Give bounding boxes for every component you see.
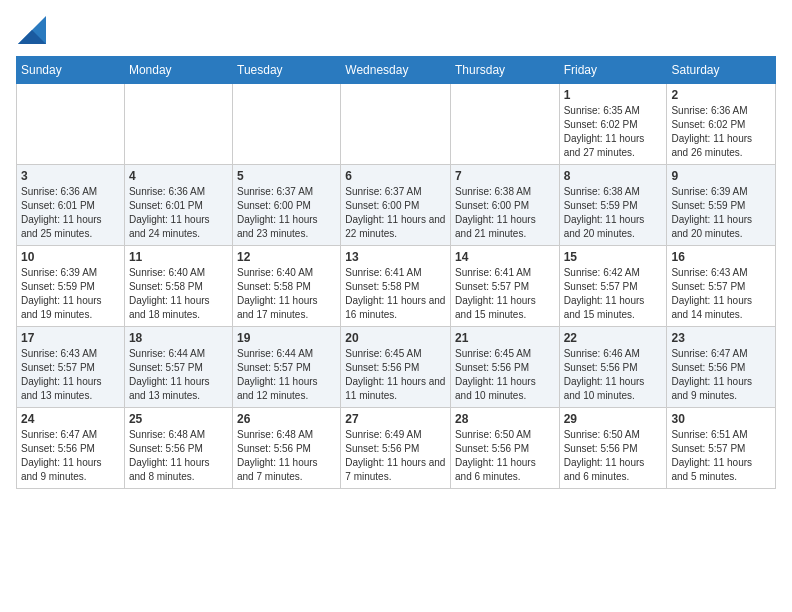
day-info: Sunrise: 6:51 AMSunset: 5:57 PMDaylight:… bbox=[671, 428, 771, 484]
calendar-cell: 24Sunrise: 6:47 AMSunset: 5:56 PMDayligh… bbox=[17, 408, 125, 489]
day-info: Sunrise: 6:36 AMSunset: 6:01 PMDaylight:… bbox=[129, 185, 228, 241]
day-number: 15 bbox=[564, 250, 663, 264]
day-info: Sunrise: 6:40 AMSunset: 5:58 PMDaylight:… bbox=[129, 266, 228, 322]
day-info: Sunrise: 6:50 AMSunset: 5:56 PMDaylight:… bbox=[455, 428, 555, 484]
day-info: Sunrise: 6:36 AMSunset: 6:01 PMDaylight:… bbox=[21, 185, 120, 241]
day-number: 27 bbox=[345, 412, 446, 426]
day-info: Sunrise: 6:36 AMSunset: 6:02 PMDaylight:… bbox=[671, 104, 771, 160]
weekday-header-sunday: Sunday bbox=[17, 57, 125, 84]
calendar-cell: 28Sunrise: 6:50 AMSunset: 5:56 PMDayligh… bbox=[451, 408, 560, 489]
weekday-header-saturday: Saturday bbox=[667, 57, 776, 84]
calendar-cell: 3Sunrise: 6:36 AMSunset: 6:01 PMDaylight… bbox=[17, 165, 125, 246]
day-number: 7 bbox=[455, 169, 555, 183]
calendar-cell: 9Sunrise: 6:39 AMSunset: 5:59 PMDaylight… bbox=[667, 165, 776, 246]
calendar-cell: 6Sunrise: 6:37 AMSunset: 6:00 PMDaylight… bbox=[341, 165, 451, 246]
day-number: 12 bbox=[237, 250, 336, 264]
day-number: 2 bbox=[671, 88, 771, 102]
calendar-cell: 26Sunrise: 6:48 AMSunset: 5:56 PMDayligh… bbox=[233, 408, 341, 489]
day-number: 1 bbox=[564, 88, 663, 102]
calendar-cell: 22Sunrise: 6:46 AMSunset: 5:56 PMDayligh… bbox=[559, 327, 667, 408]
day-info: Sunrise: 6:45 AMSunset: 5:56 PMDaylight:… bbox=[455, 347, 555, 403]
calendar-cell: 11Sunrise: 6:40 AMSunset: 5:58 PMDayligh… bbox=[124, 246, 232, 327]
day-info: Sunrise: 6:43 AMSunset: 5:57 PMDaylight:… bbox=[21, 347, 120, 403]
calendar-cell bbox=[233, 84, 341, 165]
weekday-header-wednesday: Wednesday bbox=[341, 57, 451, 84]
day-info: Sunrise: 6:38 AMSunset: 5:59 PMDaylight:… bbox=[564, 185, 663, 241]
weekday-header-tuesday: Tuesday bbox=[233, 57, 341, 84]
calendar-cell: 20Sunrise: 6:45 AMSunset: 5:56 PMDayligh… bbox=[341, 327, 451, 408]
week-row-2: 3Sunrise: 6:36 AMSunset: 6:01 PMDaylight… bbox=[17, 165, 776, 246]
day-info: Sunrise: 6:46 AMSunset: 5:56 PMDaylight:… bbox=[564, 347, 663, 403]
day-info: Sunrise: 6:40 AMSunset: 5:58 PMDaylight:… bbox=[237, 266, 336, 322]
day-info: Sunrise: 6:37 AMSunset: 6:00 PMDaylight:… bbox=[345, 185, 446, 241]
calendar-cell: 17Sunrise: 6:43 AMSunset: 5:57 PMDayligh… bbox=[17, 327, 125, 408]
calendar-cell: 21Sunrise: 6:45 AMSunset: 5:56 PMDayligh… bbox=[451, 327, 560, 408]
calendar-cell bbox=[124, 84, 232, 165]
day-number: 17 bbox=[21, 331, 120, 345]
day-number: 26 bbox=[237, 412, 336, 426]
calendar-cell: 1Sunrise: 6:35 AMSunset: 6:02 PMDaylight… bbox=[559, 84, 667, 165]
calendar-cell: 18Sunrise: 6:44 AMSunset: 5:57 PMDayligh… bbox=[124, 327, 232, 408]
day-number: 23 bbox=[671, 331, 771, 345]
calendar-cell: 13Sunrise: 6:41 AMSunset: 5:58 PMDayligh… bbox=[341, 246, 451, 327]
day-info: Sunrise: 6:39 AMSunset: 5:59 PMDaylight:… bbox=[21, 266, 120, 322]
day-number: 25 bbox=[129, 412, 228, 426]
day-info: Sunrise: 6:38 AMSunset: 6:00 PMDaylight:… bbox=[455, 185, 555, 241]
day-number: 13 bbox=[345, 250, 446, 264]
calendar-cell: 7Sunrise: 6:38 AMSunset: 6:00 PMDaylight… bbox=[451, 165, 560, 246]
logo bbox=[16, 16, 46, 44]
day-number: 22 bbox=[564, 331, 663, 345]
day-number: 30 bbox=[671, 412, 771, 426]
day-info: Sunrise: 6:35 AMSunset: 6:02 PMDaylight:… bbox=[564, 104, 663, 160]
weekday-header-thursday: Thursday bbox=[451, 57, 560, 84]
calendar-cell: 12Sunrise: 6:40 AMSunset: 5:58 PMDayligh… bbox=[233, 246, 341, 327]
calendar-cell bbox=[341, 84, 451, 165]
day-number: 6 bbox=[345, 169, 446, 183]
calendar-cell: 14Sunrise: 6:41 AMSunset: 5:57 PMDayligh… bbox=[451, 246, 560, 327]
day-info: Sunrise: 6:48 AMSunset: 5:56 PMDaylight:… bbox=[129, 428, 228, 484]
day-number: 10 bbox=[21, 250, 120, 264]
day-info: Sunrise: 6:47 AMSunset: 5:56 PMDaylight:… bbox=[21, 428, 120, 484]
day-number: 28 bbox=[455, 412, 555, 426]
day-info: Sunrise: 6:45 AMSunset: 5:56 PMDaylight:… bbox=[345, 347, 446, 403]
day-info: Sunrise: 6:49 AMSunset: 5:56 PMDaylight:… bbox=[345, 428, 446, 484]
day-number: 14 bbox=[455, 250, 555, 264]
day-info: Sunrise: 6:50 AMSunset: 5:56 PMDaylight:… bbox=[564, 428, 663, 484]
day-info: Sunrise: 6:44 AMSunset: 5:57 PMDaylight:… bbox=[237, 347, 336, 403]
day-info: Sunrise: 6:43 AMSunset: 5:57 PMDaylight:… bbox=[671, 266, 771, 322]
day-number: 16 bbox=[671, 250, 771, 264]
calendar-cell bbox=[451, 84, 560, 165]
calendar-cell: 16Sunrise: 6:43 AMSunset: 5:57 PMDayligh… bbox=[667, 246, 776, 327]
day-number: 5 bbox=[237, 169, 336, 183]
calendar-cell: 5Sunrise: 6:37 AMSunset: 6:00 PMDaylight… bbox=[233, 165, 341, 246]
weekday-header-friday: Friday bbox=[559, 57, 667, 84]
calendar-cell: 25Sunrise: 6:48 AMSunset: 5:56 PMDayligh… bbox=[124, 408, 232, 489]
page-header bbox=[16, 16, 776, 44]
week-row-4: 17Sunrise: 6:43 AMSunset: 5:57 PMDayligh… bbox=[17, 327, 776, 408]
calendar-cell: 19Sunrise: 6:44 AMSunset: 5:57 PMDayligh… bbox=[233, 327, 341, 408]
day-number: 20 bbox=[345, 331, 446, 345]
day-number: 8 bbox=[564, 169, 663, 183]
calendar-cell: 4Sunrise: 6:36 AMSunset: 6:01 PMDaylight… bbox=[124, 165, 232, 246]
logo-icon bbox=[18, 16, 46, 44]
calendar-cell: 23Sunrise: 6:47 AMSunset: 5:56 PMDayligh… bbox=[667, 327, 776, 408]
day-info: Sunrise: 6:39 AMSunset: 5:59 PMDaylight:… bbox=[671, 185, 771, 241]
day-number: 3 bbox=[21, 169, 120, 183]
weekday-header-row: SundayMondayTuesdayWednesdayThursdayFrid… bbox=[17, 57, 776, 84]
day-number: 24 bbox=[21, 412, 120, 426]
calendar-cell: 30Sunrise: 6:51 AMSunset: 5:57 PMDayligh… bbox=[667, 408, 776, 489]
week-row-1: 1Sunrise: 6:35 AMSunset: 6:02 PMDaylight… bbox=[17, 84, 776, 165]
week-row-3: 10Sunrise: 6:39 AMSunset: 5:59 PMDayligh… bbox=[17, 246, 776, 327]
calendar-cell bbox=[17, 84, 125, 165]
calendar-cell: 10Sunrise: 6:39 AMSunset: 5:59 PMDayligh… bbox=[17, 246, 125, 327]
calendar-cell: 15Sunrise: 6:42 AMSunset: 5:57 PMDayligh… bbox=[559, 246, 667, 327]
day-number: 18 bbox=[129, 331, 228, 345]
day-info: Sunrise: 6:44 AMSunset: 5:57 PMDaylight:… bbox=[129, 347, 228, 403]
calendar-cell: 29Sunrise: 6:50 AMSunset: 5:56 PMDayligh… bbox=[559, 408, 667, 489]
weekday-header-monday: Monday bbox=[124, 57, 232, 84]
day-number: 11 bbox=[129, 250, 228, 264]
day-info: Sunrise: 6:41 AMSunset: 5:58 PMDaylight:… bbox=[345, 266, 446, 322]
day-info: Sunrise: 6:42 AMSunset: 5:57 PMDaylight:… bbox=[564, 266, 663, 322]
day-number: 19 bbox=[237, 331, 336, 345]
day-info: Sunrise: 6:41 AMSunset: 5:57 PMDaylight:… bbox=[455, 266, 555, 322]
